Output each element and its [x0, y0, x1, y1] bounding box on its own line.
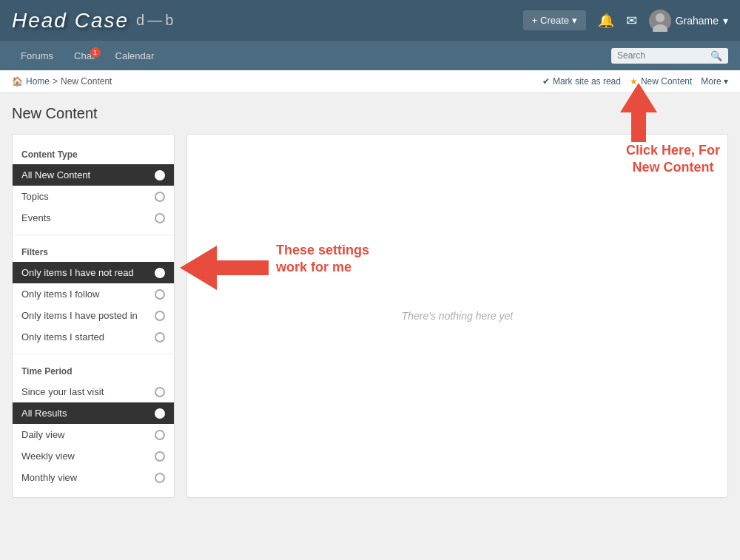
breadcrumb: 🏠 Home > New Content	[12, 76, 112, 87]
svg-marker-4	[180, 246, 269, 290]
sidebar-item-topics[interactable]: Topics	[13, 186, 174, 207]
navbar: Forums Chat 1 Calendar 🔍	[0, 41, 740, 70]
content-type-section-title: Content Type	[13, 144, 174, 164]
user-menu[interactable]: Grahame ▾	[649, 10, 728, 32]
logo-area: Head Case d—b	[12, 9, 176, 33]
user-chevron-icon: ▾	[723, 15, 728, 27]
click-here-text: Click Here, ForNew Content	[626, 143, 720, 175]
main: New Content Content Type All New Content…	[0, 93, 740, 553]
search-bar: 🔍	[611, 48, 728, 64]
radio-dot-monthly	[155, 473, 165, 483]
breadcrumb-icon: 🏠	[12, 76, 23, 87]
notification-bell-icon[interactable]: 🔔	[598, 13, 614, 29]
search-icon[interactable]: 🔍	[710, 50, 722, 61]
sidebar-item-posted-in[interactable]: Only items I have posted in	[13, 305, 174, 326]
posted-in-label: Only items I have posted in	[21, 310, 138, 321]
started-label: Only items I started	[21, 331, 104, 343]
not-read-label: Only items I have not read	[21, 267, 134, 278]
radio-dot-topics	[155, 192, 165, 202]
header-right: + Create ▾ 🔔 ✉ Grahame ▾	[523, 10, 728, 32]
sidebar-item-last-visit[interactable]: Since your last visit	[13, 381, 174, 402]
breadcrumb-bar: 🏠 Home > New Content ✔ Mark site as read…	[0, 70, 740, 93]
only-follow-label: Only items I follow	[21, 289, 99, 300]
radio-dot-all-results	[155, 408, 165, 419]
header: Head Case d—b + Create ▾ 🔔 ✉ Grahame ▾	[0, 0, 740, 41]
radio-dot-daily	[155, 430, 165, 440]
svg-point-1	[656, 13, 665, 22]
breadcrumb-separator: >	[53, 76, 58, 87]
radio-dot-posted-in	[155, 311, 165, 321]
events-label: Events	[21, 212, 51, 223]
mark-read-button[interactable]: ✔ Mark site as read	[542, 76, 621, 87]
last-visit-label: Since your last visit	[21, 386, 104, 397]
logo-text: Head Case	[12, 9, 129, 33]
chat-badge: 1	[90, 47, 101, 58]
nav-calendar[interactable]: Calendar	[107, 44, 164, 67]
sidebar-item-monthly-view[interactable]: Monthly view	[13, 467, 174, 488]
radio-dot-only-follow	[155, 289, 165, 300]
topics-label: Topics	[21, 191, 49, 202]
all-results-label: All Results	[21, 408, 67, 419]
nav-chat[interactable]: Chat 1	[65, 44, 103, 67]
sidebar-item-not-read[interactable]: Only items I have not read	[13, 262, 174, 283]
breadcrumb-actions: ✔ Mark site as read ★ New Content More ▾	[542, 76, 728, 87]
sidebar-item-events[interactable]: Events	[13, 207, 174, 229]
avatar	[649, 10, 671, 32]
sidebar-item-started[interactable]: Only items I started	[13, 326, 174, 348]
settings-annotation-text: These settingswork for me	[276, 242, 369, 277]
weekly-view-label: Weekly view	[21, 451, 75, 462]
main-panel: There's nothing here yet Click Here, For…	[186, 134, 728, 498]
sidebar-item-only-follow[interactable]: Only items I follow	[13, 283, 174, 305]
breadcrumb-current: New Content	[61, 76, 112, 87]
content-area: Content Type All New Content Topics Even…	[12, 134, 728, 498]
monthly-view-label: Monthly view	[21, 472, 77, 483]
create-button[interactable]: + Create ▾	[523, 10, 586, 30]
red-arrow-left-svg	[180, 242, 269, 294]
arrow-left-annotation: These settingswork for me	[180, 242, 269, 294]
empty-message: There's nothing here yet	[402, 310, 514, 322]
search-input[interactable]	[617, 50, 706, 61]
radio-dot-all-new-content	[155, 170, 165, 181]
all-new-content-label: All New Content	[21, 169, 90, 181]
sidebar-item-all-results[interactable]: All Results	[13, 402, 174, 424]
sidebar-item-daily-view[interactable]: Daily view	[13, 424, 174, 445]
star-icon: ★	[630, 76, 638, 87]
sidebar: Content Type All New Content Topics Even…	[12, 134, 175, 498]
username-label: Grahame	[676, 15, 719, 27]
daily-view-label: Daily view	[21, 429, 65, 440]
radio-dot-weekly	[155, 451, 165, 462]
click-here-annotation: Click Here, ForNew Content	[626, 142, 720, 177]
message-icon[interactable]: ✉	[626, 13, 637, 29]
radio-dot-last-visit	[155, 387, 165, 397]
more-button[interactable]: More ▾	[701, 76, 728, 87]
page-title: New Content	[12, 105, 728, 122]
sidebar-divider-1	[13, 235, 174, 235]
sidebar-item-all-new-content[interactable]: All New Content	[13, 164, 174, 186]
sidebar-item-weekly-view[interactable]: Weekly view	[13, 445, 174, 467]
filters-section-title: Filters	[13, 241, 174, 262]
checkmark-icon: ✔	[542, 76, 550, 87]
new-content-button[interactable]: ★ New Content	[630, 76, 692, 87]
breadcrumb-home[interactable]: Home	[26, 76, 50, 87]
nav-forums[interactable]: Forums	[12, 44, 62, 67]
content-wrapper: Content Type All New Content Topics Even…	[12, 134, 728, 498]
radio-dot-not-read	[155, 268, 165, 278]
sidebar-divider-2	[13, 354, 174, 354]
radio-dot-events	[155, 213, 165, 223]
time-period-section-title: Time Period	[13, 360, 174, 381]
logo-subtitle: d—b	[136, 12, 176, 29]
radio-dot-started	[155, 332, 165, 343]
